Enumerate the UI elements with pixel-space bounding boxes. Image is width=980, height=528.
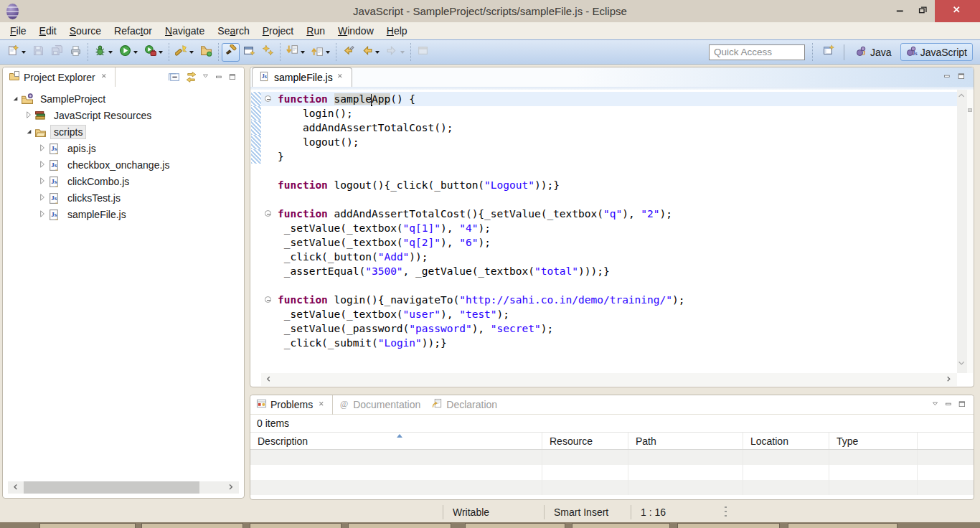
tab-documentation[interactable]: @Documentation <box>333 395 426 415</box>
minimize-icon[interactable] <box>945 400 953 409</box>
column-header-resource[interactable]: Resource <box>542 433 628 449</box>
tab-samplefile-js[interactable]: Js sampleFile.js <box>252 67 352 87</box>
menu-file[interactable]: File <box>4 23 33 39</box>
tree-item-samplefile-js[interactable]: JssampleFile.js <box>3 206 244 222</box>
horizontal-scrollbar[interactable] <box>261 373 957 386</box>
view-menu-icon[interactable] <box>202 73 210 81</box>
column-header-location[interactable]: Location <box>743 433 829 449</box>
window-minimize-button[interactable] <box>889 0 912 22</box>
dropdown-arrow-icon[interactable] <box>301 51 305 54</box>
forward-button[interactable] <box>383 43 407 62</box>
run-external-tools-button[interactable] <box>141 43 166 62</box>
tree-item-sampleproject[interactable]: SampleProject <box>3 90 244 107</box>
table-row[interactable] <box>250 480 974 495</box>
perspective-javascript-button[interactable]: JsJavaScript <box>900 43 973 61</box>
code-line-11[interactable]: _setValue(_textbox("q[2]"), "6"); <box>251 235 957 250</box>
menu-project[interactable]: Project <box>256 23 301 39</box>
code-line-14[interactable] <box>251 278 957 293</box>
menu-edit[interactable]: Edit <box>33 23 63 39</box>
tree-item-scripts[interactable]: scripts <box>3 123 244 140</box>
occurrence-marker[interactable] <box>968 108 972 112</box>
maximize-icon[interactable] <box>958 71 966 84</box>
dropdown-arrow-icon[interactable] <box>133 51 138 54</box>
print-button[interactable] <box>67 43 85 62</box>
previous-annotation-button[interactable] <box>308 43 333 62</box>
table-row[interactable] <box>250 450 974 465</box>
dropdown-arrow-icon[interactable] <box>189 51 194 54</box>
tree-item-clickcombo-js[interactable]: JsclickCombo.js <box>3 173 244 189</box>
tree-item-label[interactable]: apis.js <box>64 141 100 156</box>
menu-refactor[interactable]: Refactor <box>108 23 159 39</box>
collapse-arrow-icon[interactable] <box>10 93 21 104</box>
code-line-18[interactable]: _click(_submit("Login"));} <box>251 336 957 350</box>
expand-arrow-icon[interactable] <box>37 143 48 154</box>
tab-problems[interactable]: Problems <box>250 395 333 415</box>
code-line-10[interactable]: _setValue(_textbox("q[1]"), "4"); <box>251 221 957 235</box>
minimize-icon[interactable] <box>215 73 224 82</box>
code-line-16[interactable]: _setValue(_textbox("user"), "test"); <box>251 307 957 321</box>
menu-help[interactable]: Help <box>380 23 414 39</box>
close-icon[interactable] <box>337 72 345 83</box>
scroll-right-icon[interactable] <box>941 374 957 386</box>
window-restore-button[interactable] <box>912 0 935 22</box>
new-web-wizard-button[interactable] <box>240 43 258 62</box>
code-line-7[interactable]: function logout(){_click(_button("Logout… <box>251 178 957 192</box>
code-line-4[interactable]: logout(); <box>251 135 957 149</box>
open-perspective-button[interactable] <box>820 43 838 62</box>
dropdown-arrow-icon[interactable] <box>400 51 405 54</box>
next-annotation-button[interactable] <box>283 43 308 62</box>
close-icon[interactable] <box>101 73 109 81</box>
scroll-left-icon[interactable] <box>8 481 24 494</box>
code-line-3[interactable]: addAndAssertTotalCost(); <box>251 121 957 135</box>
dropdown-arrow-icon[interactable] <box>375 51 380 54</box>
table-row[interactable] <box>250 465 974 480</box>
expand-arrow-icon[interactable] <box>37 159 48 170</box>
debug-button[interactable] <box>91 43 116 62</box>
dropdown-arrow-icon[interactable] <box>159 51 163 54</box>
scrollbar-track[interactable] <box>24 481 223 494</box>
expand-arrow-icon[interactable] <box>37 209 48 220</box>
scroll-down-icon[interactable] <box>957 359 967 372</box>
tree-item-label[interactable]: checkbox_onchange.js <box>64 158 173 172</box>
maximize-icon[interactable] <box>229 73 237 82</box>
fold-collapse-icon[interactable] <box>265 210 271 217</box>
last-edit-location-button[interactable] <box>339 43 357 62</box>
tree-item-label[interactable]: scripts <box>50 125 86 139</box>
collapse-all-icon[interactable] <box>168 71 180 83</box>
new-wizard-button[interactable] <box>4 43 29 62</box>
save-button[interactable] <box>29 43 47 62</box>
code-line-9[interactable]: function addAndAssertTotalCost(){_setVal… <box>251 207 957 221</box>
tree-item-apis-js[interactable]: Jsapis.js <box>3 140 244 156</box>
pin-editor-button[interactable] <box>414 43 432 62</box>
tree-item-label[interactable]: SampleProject <box>37 92 109 106</box>
window-close-button[interactable] <box>935 0 980 22</box>
menu-search[interactable]: Search <box>211 23 255 39</box>
expand-arrow-icon[interactable] <box>37 192 48 203</box>
fold-collapse-icon[interactable] <box>265 95 271 102</box>
scroll-left-icon[interactable] <box>261 374 277 386</box>
menu-navigate[interactable]: Navigate <box>159 23 211 39</box>
new-wizard-sparkles-button[interactable] <box>259 43 277 62</box>
menu-run[interactable]: Run <box>300 23 331 39</box>
view-menu-icon[interactable] <box>932 401 940 409</box>
tree-item-javascript-resources[interactable]: JavaScript Resources <box>3 107 244 123</box>
scroll-right-icon[interactable] <box>223 481 239 494</box>
search-torch-button[interactable] <box>172 43 197 62</box>
tree-item-label[interactable]: clickCombo.js <box>64 174 133 189</box>
dropdown-arrow-icon[interactable] <box>326 51 330 54</box>
mark-occurrences-button[interactable] <box>222 43 240 62</box>
maximize-icon[interactable] <box>958 400 967 409</box>
minimize-icon[interactable] <box>943 71 952 84</box>
column-header-type[interactable]: Type <box>829 433 918 449</box>
tab-project-explorer[interactable]: Project Explorer <box>3 67 116 87</box>
dropdown-arrow-icon[interactable] <box>108 51 113 54</box>
fold-collapse-icon[interactable] <box>265 296 271 303</box>
code-line-8[interactable] <box>251 192 957 207</box>
tree-item-clickstest-js[interactable]: JsclicksTest.js <box>3 189 244 206</box>
close-icon[interactable] <box>319 401 326 409</box>
menu-window[interactable]: Window <box>331 23 380 39</box>
status-grip[interactable] <box>725 506 727 518</box>
tree-item-label[interactable]: sampleFile.js <box>64 207 130 222</box>
code-line-17[interactable]: _setValue(_password("password"), "secret… <box>251 321 957 336</box>
expand-arrow-icon[interactable] <box>37 176 48 187</box>
